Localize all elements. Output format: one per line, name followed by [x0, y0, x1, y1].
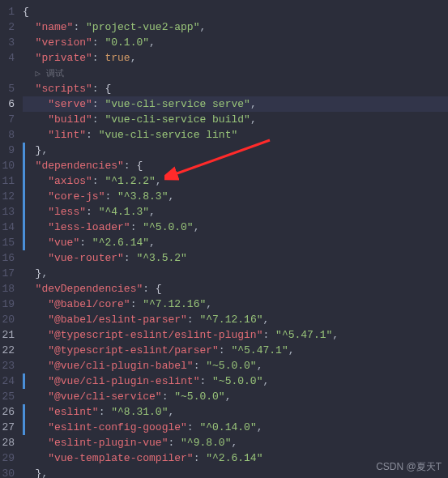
line-number: 7: [0, 112, 15, 127]
code-line: "@babel/core": "^7.12.16",: [23, 297, 448, 312]
code-line: "serve": "vue-cli-service serve",: [23, 96, 448, 112]
code-line: "less-loader": "^5.0.0",: [23, 220, 448, 235]
line-number: 30: [0, 466, 15, 478]
code-line: "name": "project-vue2-app",: [23, 19, 448, 35]
git-change-bar: [23, 0, 25, 478]
code-line: "dependencies": {: [23, 158, 448, 173]
code-line: "build": "vue-cli-service build",: [23, 112, 448, 127]
line-number: 17: [0, 266, 15, 281]
line-number: 15: [0, 235, 15, 250]
line-number: 9: [0, 143, 15, 158]
line-number: 24: [0, 373, 15, 389]
line-number: 6: [0, 96, 15, 112]
line-number: 1: [0, 4, 15, 19]
line-number: 8: [0, 127, 15, 143]
line-number: 13: [0, 204, 15, 220]
line-number: 12: [0, 189, 15, 204]
line-number: 18: [0, 281, 15, 297]
line-number: 5: [0, 81, 15, 96]
debug-hint[interactable]: ▷ 调试: [36, 69, 64, 79]
code-line: "less": "^4.1.3",: [23, 204, 448, 220]
code-line: "core-js": "^3.8.3",: [23, 189, 448, 204]
line-number: 3: [0, 35, 15, 50]
code-line: "devDependencies": {: [23, 281, 448, 297]
code-line: "@vue/cli-service": "~5.0.0",: [23, 389, 448, 404]
code-editor: 1234567891011121314151617181920212223242…: [0, 0, 448, 478]
code-line: "@typescript-eslint/parser": "^5.47.1",: [23, 343, 448, 358]
line-number: 14: [0, 220, 15, 235]
code-line: "scripts": {: [23, 81, 448, 96]
code-line: "@vue/cli-plugin-eslint": "~5.0.0",: [23, 373, 448, 389]
code-line: {: [23, 4, 448, 19]
line-number: 26: [0, 404, 15, 420]
line-number: 28: [0, 435, 15, 450]
line-number: 21: [0, 327, 15, 343]
line-number: 10: [0, 158, 15, 173]
code-line: "lint": "vue-cli-service lint": [23, 127, 448, 143]
code-line: "@vue/cli-plugin-babel": "~5.0.0",: [23, 358, 448, 373]
line-number: [0, 66, 15, 81]
line-number: 23: [0, 358, 15, 373]
line-number: 25: [0, 389, 15, 404]
line-number: 2: [0, 19, 15, 35]
line-number: 29: [0, 450, 15, 466]
line-number: 22: [0, 343, 15, 358]
code-line: "eslint-plugin-vue": "^9.8.0",: [23, 435, 448, 450]
code-line: "eslint-config-google": "^0.14.0",: [23, 420, 448, 435]
code-line: },: [23, 266, 448, 281]
code-line: "private": true,: [23, 50, 448, 66]
line-number: 11: [0, 173, 15, 189]
code-content[interactable]: { "name": "project-vue2-app", "version":…: [23, 0, 448, 478]
code-line: "eslint": "^8.31.0",: [23, 404, 448, 420]
code-line: "vue-router": "^3.5.2": [23, 250, 448, 266]
code-line: "@typescript-eslint/eslint-plugin": "^5.…: [23, 327, 448, 343]
code-line: },: [23, 143, 448, 158]
code-line: "axios": "^1.2.2",: [23, 173, 448, 189]
line-number: 4: [0, 50, 15, 66]
code-line: "version": "0.1.0",: [23, 35, 448, 50]
code-line: ▷ 调试: [23, 66, 448, 81]
line-number: 20: [0, 312, 15, 327]
line-number: 27: [0, 420, 15, 435]
line-number: 16: [0, 250, 15, 266]
code-line: "@babel/eslint-parser": "^7.12.16",: [23, 312, 448, 327]
code-line: "vue": "^2.6.14",: [23, 235, 448, 250]
watermark: CSDN @夏天T: [376, 460, 442, 474]
line-gutter: 1234567891011121314151617181920212223242…: [0, 0, 23, 478]
line-number: 19: [0, 297, 15, 312]
